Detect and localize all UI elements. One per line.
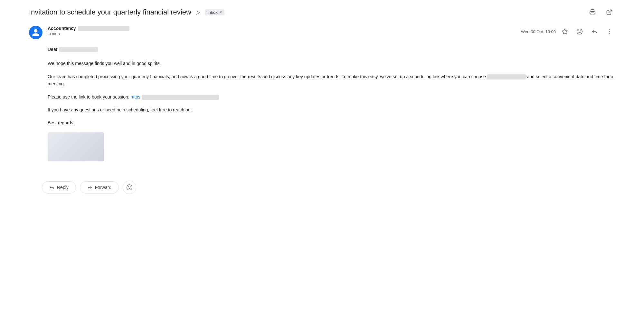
print-button[interactable] bbox=[587, 6, 598, 18]
sender-avatar bbox=[29, 26, 43, 39]
sender-name: Accountancy bbox=[48, 26, 76, 31]
scheduling-link-redacted bbox=[487, 74, 526, 80]
reply-button-header[interactable] bbox=[589, 26, 600, 37]
forward-button[interactable]: Forward bbox=[80, 181, 119, 193]
svg-line-2 bbox=[609, 10, 611, 13]
more-options-button[interactable] bbox=[603, 26, 615, 37]
emoji-react-button-footer[interactable] bbox=[123, 181, 136, 194]
dear-row: Dear bbox=[48, 46, 615, 53]
to-me-label: to me bbox=[48, 32, 57, 36]
subject-row: Invitation to schedule your quarterly fi… bbox=[29, 6, 615, 18]
chevron-down-icon: ▾ bbox=[59, 32, 60, 36]
svg-point-7 bbox=[609, 29, 610, 30]
dear-text: Dear bbox=[48, 46, 57, 53]
inbox-badge[interactable]: Inbox × bbox=[205, 9, 224, 15]
url-redacted bbox=[142, 95, 219, 100]
body-p3-start: Please use the link to book your session… bbox=[48, 94, 129, 99]
svg-point-4 bbox=[577, 29, 582, 34]
sender-email-redacted bbox=[78, 26, 129, 31]
reply-label: Reply bbox=[57, 185, 69, 190]
emoji-react-button-header[interactable] bbox=[574, 26, 585, 37]
svg-point-10 bbox=[127, 184, 132, 190]
body-paragraph-3: Please use the link to book your session… bbox=[48, 93, 615, 100]
email-header: Accountancy to me ▾ Wed 30 Oct, 10:00 bbox=[29, 26, 615, 39]
forward-label: Forward bbox=[95, 185, 111, 190]
body-paragraph-5: Best regards, bbox=[48, 119, 615, 126]
email-signature-image bbox=[48, 132, 104, 161]
reply-button[interactable]: Reply bbox=[42, 181, 76, 193]
svg-marker-3 bbox=[562, 29, 568, 34]
star-button[interactable] bbox=[559, 26, 571, 37]
to-me-row[interactable]: to me ▾ bbox=[48, 32, 129, 36]
email-date: Wed 30 Oct, 10:00 bbox=[521, 29, 556, 34]
booking-link[interactable]: https bbox=[131, 94, 140, 99]
recipient-name-redacted bbox=[59, 47, 98, 52]
sender-info: Accountancy to me ▾ bbox=[48, 26, 129, 36]
inbox-badge-label: Inbox bbox=[207, 10, 218, 15]
body-p2-start: Our team has completed processing your q… bbox=[48, 74, 486, 79]
svg-rect-1 bbox=[591, 13, 594, 15]
svg-point-9 bbox=[609, 33, 610, 34]
forward-icon: ▷ bbox=[196, 9, 200, 16]
email-body: Dear We hope this message finds you well… bbox=[48, 46, 615, 161]
action-buttons: Reply Forward bbox=[42, 181, 615, 194]
inbox-badge-close[interactable]: × bbox=[220, 10, 222, 14]
body-paragraph-4: If you have any questions or need help s… bbox=[48, 106, 615, 113]
email-subject: Invitation to schedule your quarterly fi… bbox=[29, 8, 191, 16]
open-new-window-button[interactable] bbox=[603, 6, 615, 18]
body-paragraph-1: We hope this message finds you well and … bbox=[48, 60, 615, 67]
body-paragraph-2: Our team has completed processing your q… bbox=[48, 73, 615, 88]
svg-point-8 bbox=[609, 31, 610, 32]
